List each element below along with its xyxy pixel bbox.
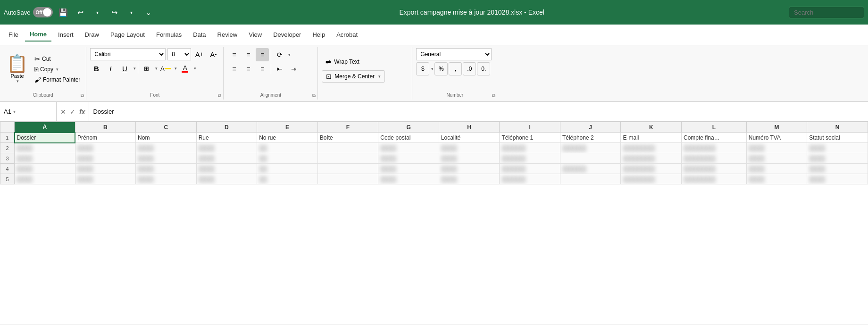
cell-D3[interactable]: ████	[196, 153, 257, 164]
cell-H1[interactable]: Localité	[439, 133, 500, 143]
menu-page-layout[interactable]: Page Layout	[106, 28, 150, 41]
menu-insert[interactable]: Insert	[53, 28, 78, 41]
col-header-K[interactable]: K	[621, 122, 682, 133]
font-color-dropdown-icon[interactable]: ▾	[194, 66, 196, 71]
accounting-button[interactable]: $	[416, 62, 429, 75]
cell-I3[interactable]: ██████	[500, 153, 560, 164]
number-expander[interactable]: ⧉	[492, 93, 495, 99]
cell-B3[interactable]: ████	[75, 153, 136, 164]
col-header-F[interactable]: F	[317, 122, 378, 133]
format-painter-button[interactable]: 🖌 Format Painter	[33, 75, 82, 84]
cell-E5[interactable]: ██	[257, 174, 318, 184]
cell-A3[interactable]: ████	[15, 153, 75, 164]
cell-G5[interactable]: ████	[378, 174, 439, 184]
undo-icon[interactable]: ↩	[74, 6, 87, 19]
cell-H4[interactable]: ████	[439, 164, 500, 174]
menu-review[interactable]: Review	[213, 28, 242, 41]
align-left-button[interactable]: ≡	[227, 62, 241, 75]
cell-J2[interactable]: ██████	[560, 143, 621, 153]
menu-view[interactable]: View	[244, 28, 267, 41]
cell-F2[interactable]	[317, 143, 378, 153]
font-grow-button[interactable]: A+	[193, 48, 205, 60]
cell-B4[interactable]: ████	[75, 164, 136, 174]
copy-button[interactable]: ⎘ Copy ▾	[33, 65, 82, 74]
cell-E4[interactable]: ██	[257, 164, 318, 174]
alignment-expander[interactable]: ⧉	[312, 93, 316, 99]
cell-M5[interactable]: ████	[746, 174, 807, 184]
col-header-C[interactable]: C	[136, 122, 197, 133]
italic-button[interactable]: I	[104, 62, 117, 75]
col-header-J[interactable]: J	[560, 122, 621, 133]
paste-button[interactable]: 📋 Paste ▾	[4, 54, 31, 84]
comma-button[interactable]: ,	[449, 62, 462, 75]
row-num-2[interactable]: 2	[0, 143, 15, 153]
cell-A4[interactable]: ████	[15, 164, 75, 174]
cell-F5[interactable]	[317, 174, 378, 184]
merge-center-button[interactable]: ⊡ Merge & Center ▾	[322, 70, 385, 83]
cell-I2[interactable]: ██████	[500, 143, 560, 153]
menu-formulas[interactable]: Formulas	[151, 28, 186, 41]
cell-L1[interactable]: Compte fina…	[682, 133, 747, 143]
cell-H2[interactable]: ████	[439, 143, 500, 153]
cell-D2[interactable]: ████	[196, 143, 257, 153]
name-box[interactable]: A1 ▾	[0, 102, 57, 121]
percent-button[interactable]: %	[434, 62, 448, 75]
merge-center-dropdown-icon[interactable]: ▾	[378, 74, 381, 79]
cell-A1[interactable]: Dossier	[15, 133, 75, 143]
cell-K4[interactable]: ████████	[621, 164, 682, 174]
cell-K1[interactable]: E-mail	[621, 133, 682, 143]
menu-data[interactable]: Data	[188, 28, 210, 41]
col-header-M[interactable]: M	[746, 122, 807, 133]
cell-A2[interactable]: ████	[15, 143, 75, 153]
col-header-A[interactable]: A	[15, 122, 75, 133]
row-num-4[interactable]: 4	[0, 164, 15, 174]
formula-input[interactable]	[89, 106, 868, 117]
col-header-N[interactable]: N	[807, 122, 868, 133]
cell-E3[interactable]: ██	[257, 153, 318, 164]
decrease-indent-button[interactable]: ⇤	[273, 62, 286, 75]
cell-J1[interactable]: Téléphone 2	[560, 133, 621, 143]
orientation-button[interactable]: ⟳	[273, 48, 286, 61]
save-icon[interactable]: 💾	[57, 6, 70, 19]
cell-G3[interactable]: ████	[378, 153, 439, 164]
cell-B5[interactable]: ████	[75, 174, 136, 184]
number-format-select[interactable]: General	[416, 48, 492, 60]
cell-H3[interactable]: ████	[439, 153, 500, 164]
cell-M1[interactable]: Numéro TVA	[746, 133, 807, 143]
copy-dropdown-icon[interactable]: ▾	[56, 67, 58, 72]
undo-dropdown-icon[interactable]: ▾	[91, 6, 104, 19]
cell-C4[interactable]: ████	[136, 164, 197, 174]
font-shrink-button[interactable]: A-	[207, 48, 219, 60]
align-bottom-button[interactable]: ≡	[256, 48, 269, 61]
font-color-button[interactable]: A	[179, 62, 191, 75]
customize-icon[interactable]: ⌄	[142, 6, 155, 19]
cell-G4[interactable]: ████	[378, 164, 439, 174]
cell-C1[interactable]: Nom	[136, 133, 197, 143]
cell-N4[interactable]: ████	[807, 164, 868, 174]
redo-icon[interactable]: ↪	[108, 6, 121, 19]
menu-developer[interactable]: Developer	[268, 28, 306, 41]
bold-button[interactable]: B	[90, 62, 102, 75]
menu-draw[interactable]: Draw	[80, 28, 104, 41]
font-family-select[interactable]: Calibri	[90, 48, 166, 60]
font-expander[interactable]: ⧉	[218, 93, 221, 99]
cell-D5[interactable]: ████	[196, 174, 257, 184]
col-header-I[interactable]: I	[500, 122, 560, 133]
cell-M3[interactable]: ████	[746, 153, 807, 164]
increase-decimal-button[interactable]: .0	[463, 62, 476, 75]
cell-B1[interactable]: Prénom	[75, 133, 136, 143]
cell-E2[interactable]: ██	[257, 143, 318, 153]
cell-C3[interactable]: ████	[136, 153, 197, 164]
accounting-dropdown-icon[interactable]: ▾	[431, 67, 434, 71]
cell-C2[interactable]: ████	[136, 143, 197, 153]
cell-F3[interactable]	[317, 153, 378, 164]
cell-K2[interactable]: ████████	[621, 143, 682, 153]
cell-N1[interactable]: Statut social	[807, 133, 868, 143]
cell-F1[interactable]: Boîte	[317, 133, 378, 143]
cell-L3[interactable]: ████████	[682, 153, 747, 164]
orientation-dropdown-icon[interactable]: ▾	[288, 52, 291, 57]
cell-E1[interactable]: No rue	[257, 133, 318, 143]
wrap-text-button[interactable]: ⇌ Wrap Text	[322, 56, 363, 67]
autosave-toggle[interactable]: Off	[33, 7, 53, 17]
cell-J3[interactable]	[560, 153, 621, 164]
